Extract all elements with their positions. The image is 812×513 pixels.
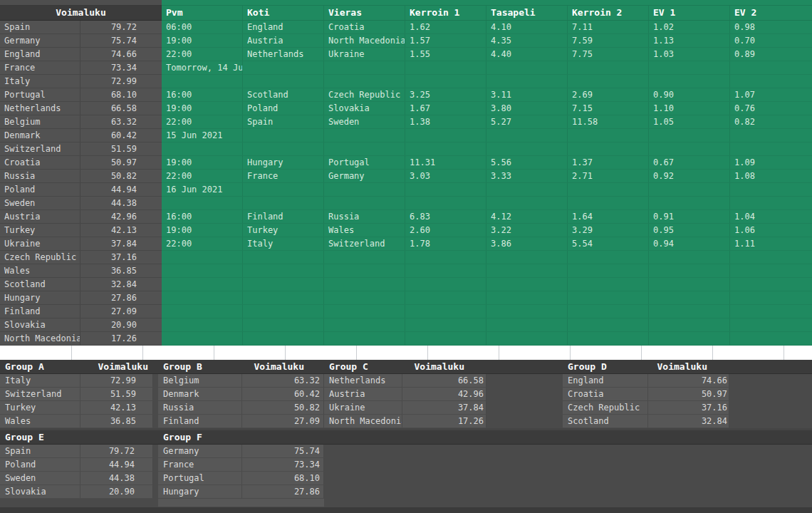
panel-top-sliver bbox=[0, 0, 162, 6]
fixtures-header-koti: Koti bbox=[243, 6, 324, 20]
fixture-cell-ev2 bbox=[730, 142, 812, 155]
band-filler bbox=[153, 430, 158, 444]
power-value-cell: 37.16 bbox=[80, 251, 162, 264]
group-value-cell: 37.16 bbox=[648, 401, 729, 415]
fixture-cell-vieras: Croatia bbox=[324, 21, 405, 33]
fixtures-header-tasapeli: Tasapeli bbox=[486, 6, 568, 20]
fixture-cell-ev1 bbox=[649, 305, 730, 318]
fixture-cell-ev2 bbox=[730, 197, 812, 209]
power-row: Croatia50.97 bbox=[0, 156, 162, 170]
power-row: Netherlands66.58 bbox=[0, 102, 162, 115]
empty-area bbox=[0, 499, 158, 507]
group-team-cell: Ukraine bbox=[324, 401, 402, 415]
fixtures-header-vieras: Vieras bbox=[324, 6, 405, 20]
fixture-row: 16:00ScotlandCzech Republic3.253.112.690… bbox=[162, 88, 812, 102]
fixture-cell-koti bbox=[243, 197, 324, 209]
power-row: Spain79.72 bbox=[0, 21, 162, 34]
power-value-cell: 20.90 bbox=[80, 318, 162, 331]
team-name-cell: Sweden bbox=[0, 197, 80, 209]
fixture-cell-tasapeli bbox=[486, 278, 568, 291]
group-value-cell: 36.85 bbox=[80, 415, 153, 428]
fixture-cell-vieras: Czech Republic bbox=[324, 88, 405, 101]
fixture-cell-ev1 bbox=[649, 183, 730, 196]
fixture-cell-vieras bbox=[324, 264, 405, 277]
group-value-cell: 44.94 bbox=[80, 458, 153, 472]
power-row: Russia50.82 bbox=[0, 170, 162, 183]
group-value-cell: 72.99 bbox=[80, 374, 153, 388]
fixture-cell-kerroin1: 6.83 bbox=[405, 210, 486, 223]
fixture-cell-ev2: 0.89 bbox=[730, 48, 812, 61]
fixture-row: 16:00FinlandRussia6.834.121.640.911.04 bbox=[162, 210, 812, 224]
fixture-row: 22:00NetherlandsUkraine1.554.407.751.030… bbox=[162, 48, 812, 61]
group-title: Group F bbox=[158, 430, 242, 444]
fixture-cell-ev1: 0.95 bbox=[649, 224, 730, 237]
fixture-cell-ev1: 0.67 bbox=[649, 156, 730, 169]
fixture-cell-pvm: 22:00 bbox=[162, 170, 243, 182]
group-value-cell: 37.84 bbox=[402, 401, 486, 415]
fixture-cell-vieras bbox=[324, 75, 405, 88]
band-filler bbox=[324, 430, 812, 444]
fixture-cell-ev2: 0.70 bbox=[730, 34, 812, 47]
power-value-cell: 66.58 bbox=[80, 102, 162, 115]
fixture-cell-kerroin1 bbox=[405, 278, 486, 291]
fixture-cell-kerroin1: 1.67 bbox=[405, 102, 486, 115]
gridline bbox=[570, 346, 571, 360]
fixture-cell-kerroin1: 1.38 bbox=[405, 115, 486, 128]
fixture-cell-pvm bbox=[162, 197, 243, 209]
fixture-cell-kerroin2: 2.71 bbox=[568, 170, 649, 182]
fixture-cell-kerroin2 bbox=[568, 332, 649, 345]
fixtures-header-row: PvmKotiVierasKerroin 1TasapeliKerroin 2E… bbox=[162, 6, 812, 21]
power-value-cell: 79.72 bbox=[80, 21, 162, 33]
group-value-cell: 20.90 bbox=[80, 485, 153, 499]
fixture-cell-pvm bbox=[162, 142, 243, 155]
fixture-cell-ev1 bbox=[649, 291, 730, 304]
fixture-cell-kerroin1 bbox=[405, 305, 486, 318]
fixture-cell-kerroin1 bbox=[405, 142, 486, 155]
team-name-cell: Russia bbox=[0, 170, 80, 182]
power-row: Switzerland51.59 bbox=[0, 142, 162, 156]
power-value-cell: 32.84 bbox=[80, 278, 162, 291]
fixture-cell-kerroin2 bbox=[568, 251, 649, 264]
fixture-cell-ev2 bbox=[730, 129, 812, 142]
gridline bbox=[71, 346, 72, 360]
fixture-cell-vieras bbox=[324, 291, 405, 304]
fixture-cell-kerroin1 bbox=[405, 129, 486, 142]
power-value-cell: 68.10 bbox=[80, 88, 162, 101]
team-name-cell: Wales bbox=[0, 264, 80, 277]
group-team-cell: Finland bbox=[158, 415, 242, 428]
power-row: Turkey42.13 bbox=[0, 224, 162, 237]
group-row: Spain79.72Germany75.74 bbox=[0, 445, 812, 458]
group-title: Group B bbox=[158, 360, 242, 373]
team-name-cell: Austria bbox=[0, 210, 80, 223]
empty-area bbox=[486, 374, 563, 388]
fixture-row bbox=[162, 251, 812, 264]
power-row: England74.66 bbox=[0, 48, 162, 61]
fixture-cell-pvm: 16:00 bbox=[162, 88, 243, 101]
group-team-cell: Slovakia bbox=[0, 485, 80, 499]
groups-abcd-header-row: Group AVoimalukuGroup BVoimalukuGroup CV… bbox=[0, 360, 812, 374]
empty-area bbox=[153, 458, 158, 472]
power-row: Wales36.85 bbox=[0, 264, 162, 278]
fixture-row: 15 Jun 2021 bbox=[162, 129, 812, 142]
gridline bbox=[285, 346, 286, 360]
fixture-cell-pvm bbox=[162, 75, 243, 88]
group-value-cell: 66.58 bbox=[402, 374, 486, 388]
fixture-cell-kerroin1: 1.62 bbox=[405, 21, 486, 33]
team-name-cell: Belgium bbox=[0, 115, 80, 128]
group-value-cell: 79.72 bbox=[80, 445, 153, 458]
fixtures-header-ev1: EV 1 bbox=[649, 6, 730, 20]
fixture-cell-kerroin1: 3.03 bbox=[405, 170, 486, 182]
fixture-cell-tasapeli: 5.27 bbox=[486, 115, 568, 128]
group-team-cell: France bbox=[158, 458, 242, 472]
team-name-cell: Finland bbox=[0, 305, 80, 318]
fixture-cell-tasapeli: 4.35 bbox=[486, 34, 568, 47]
power-value-cell: 37.84 bbox=[80, 237, 162, 250]
team-name-cell: Poland bbox=[0, 183, 80, 196]
fixture-cell-ev2 bbox=[730, 291, 812, 304]
gridline bbox=[356, 346, 357, 360]
power-value-cell: 36.85 bbox=[80, 264, 162, 277]
gridline bbox=[641, 346, 642, 360]
fixture-cell-kerroin2: 3.29 bbox=[568, 224, 649, 237]
fixture-cell-ev2 bbox=[730, 305, 812, 318]
band-filler bbox=[153, 360, 158, 373]
